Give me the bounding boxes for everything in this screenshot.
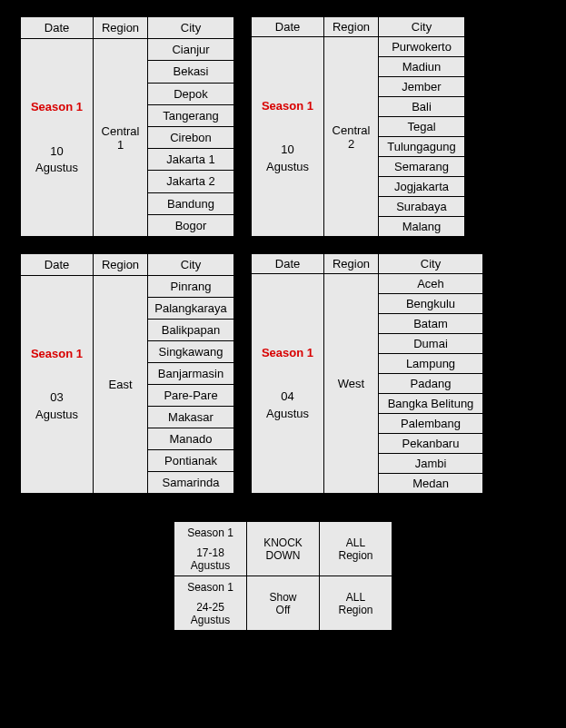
- city-cell: Pare-Pare: [148, 385, 234, 407]
- city-cell: Palembang: [379, 414, 483, 434]
- city-cell: Samarinda: [148, 472, 234, 494]
- summary-date-cell: Season 124-25Agustus: [174, 576, 247, 631]
- header-city: City: [379, 254, 483, 274]
- region-cell: East: [94, 276, 148, 494]
- city-cell: Surabaya: [379, 197, 465, 217]
- city-cell: Tangerang: [148, 104, 234, 126]
- city-cell: Bengkulu: [379, 294, 483, 314]
- header-date: Date: [252, 17, 324, 37]
- city-cell: Palangkaraya: [148, 298, 234, 320]
- date-cell: Season 110Agustus: [252, 37, 324, 237]
- date-value: 17-18Agustus: [182, 546, 239, 572]
- city-cell: Jakarta 2: [148, 171, 234, 192]
- schedule-table: DateRegionCitySeason 104AgustusWestAcehB…: [251, 253, 483, 494]
- season-label: Season 1: [182, 526, 239, 539]
- city-cell: Jogjakarta: [379, 177, 465, 197]
- city-cell: Banjarmasin: [148, 363, 234, 385]
- summary-region-cell: ALLRegion: [320, 576, 392, 631]
- date-value: 04Agustus: [257, 389, 318, 421]
- date-cell: Season 110Agustus: [21, 39, 94, 237]
- city-cell: Bekasi: [148, 61, 234, 83]
- date-value: 24-25Agustus: [182, 601, 239, 626]
- header-region: Region: [94, 17, 148, 39]
- header-date: Date: [21, 17, 94, 39]
- city-cell: Dumai: [379, 334, 483, 354]
- header-city: City: [379, 17, 465, 37]
- city-cell: Malang: [379, 217, 465, 237]
- city-cell: Singkawang: [148, 341, 234, 363]
- region-cell: West: [324, 274, 379, 494]
- city-cell: Cianjur: [148, 39, 234, 61]
- city-cell: Madiun: [379, 57, 465, 77]
- season-label: Season 1: [26, 346, 87, 362]
- city-cell: Purwokerto: [379, 37, 465, 57]
- city-cell: Pinrang: [148, 276, 234, 298]
- city-cell: Jakarta 1: [148, 149, 234, 171]
- city-cell: Jambi: [379, 454, 483, 474]
- date-value: 10Agustus: [26, 143, 87, 176]
- date-value: 03Agustus: [26, 389, 87, 422]
- schedule-table: DateRegionCitySeason 103AgustusEastPinra…: [20, 253, 234, 494]
- city-cell: Bogor: [148, 214, 234, 236]
- season-label: Season 1: [257, 345, 318, 361]
- city-cell: Tulungagung: [379, 137, 465, 157]
- header-region: Region: [324, 17, 379, 37]
- header-region: Region: [324, 254, 379, 274]
- schedule-table: DateRegionCitySeason 110AgustusCentral2P…: [251, 16, 465, 237]
- region-cell: Central2: [324, 37, 379, 237]
- schedule-table: DateRegionCitySeason 110AgustusCentral1C…: [20, 16, 234, 237]
- city-cell: Pekanbaru: [379, 434, 483, 454]
- date-value: 10Agustus: [257, 142, 318, 174]
- season-label: Season 1: [182, 581, 239, 594]
- city-cell: Bali: [379, 97, 465, 117]
- header-city: City: [148, 254, 234, 276]
- city-cell: Depok: [148, 83, 234, 104]
- header-region: Region: [94, 254, 148, 276]
- city-cell: Medan: [379, 474, 483, 494]
- city-cell: Jember: [379, 77, 465, 97]
- city-cell: Padang: [379, 374, 483, 394]
- city-cell: Cirebon: [148, 126, 234, 148]
- city-cell: Balikpapan: [148, 320, 234, 341]
- summary-date-cell: Season 117-18Agustus: [174, 522, 247, 576]
- summary-stage-cell: ShowOff: [247, 576, 320, 631]
- season-label: Season 1: [257, 98, 318, 114]
- header-city: City: [148, 17, 234, 39]
- city-cell: Tegal: [379, 117, 465, 137]
- city-cell: Makasar: [148, 407, 234, 428]
- city-cell: Batam: [379, 314, 483, 334]
- header-date: Date: [252, 254, 324, 274]
- city-cell: Semarang: [379, 157, 465, 177]
- summary-stage-cell: KNOCKDOWN: [247, 522, 320, 576]
- summary-table: Season 117-18AgustusKNOCKDOWNALLRegionSe…: [174, 521, 392, 631]
- date-cell: Season 104Agustus: [252, 274, 324, 494]
- city-cell: Pontianak: [148, 450, 234, 472]
- date-cell: Season 103Agustus: [21, 276, 94, 494]
- region-cell: Central1: [94, 39, 148, 237]
- summary-region-cell: ALLRegion: [320, 522, 392, 576]
- header-date: Date: [21, 254, 94, 276]
- season-label: Season 1: [26, 99, 87, 115]
- city-cell: Lampung: [379, 354, 483, 374]
- city-cell: Bangka Belitung: [379, 394, 483, 414]
- city-cell: Manado: [148, 428, 234, 450]
- city-cell: Aceh: [379, 274, 483, 294]
- city-cell: Bandung: [148, 192, 234, 214]
